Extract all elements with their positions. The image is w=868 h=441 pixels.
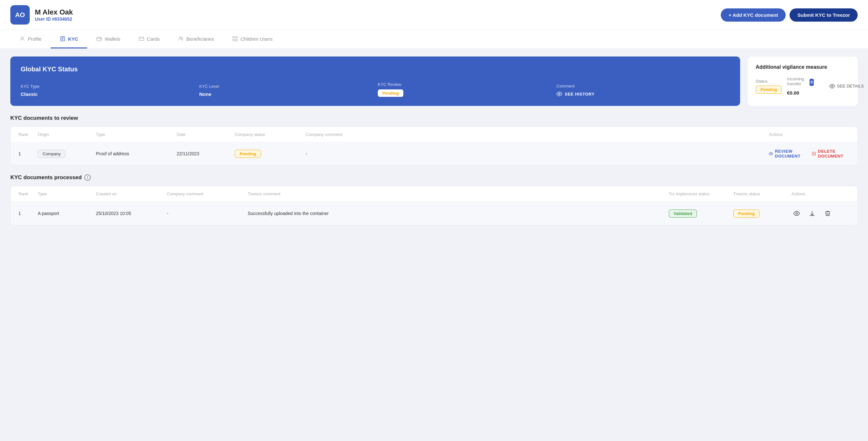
eye-icon xyxy=(556,91,562,97)
vigilance-card: Additional vigilance measure Status Pend… xyxy=(748,57,858,106)
svg-rect-6 xyxy=(139,37,144,41)
pcol-treezor-comment: Treezor comment xyxy=(248,191,669,196)
cell-actions: REVIEW DOCUMENT DELETE DOCUMENT xyxy=(769,149,849,159)
eye-details-icon xyxy=(829,83,835,89)
download-processed-button[interactable] xyxy=(807,208,817,219)
processed-table-header: Rank Type Created on Company comment Tre… xyxy=(11,186,857,202)
cell-origin: Company xyxy=(38,150,96,158)
avatar: AO xyxy=(10,5,30,25)
see-details-button[interactable]: SEE DETAILS xyxy=(829,83,864,89)
see-history-button[interactable]: SEE HISTORY xyxy=(556,91,730,97)
kyc-icon xyxy=(60,36,66,42)
col-actions: Actions xyxy=(769,132,849,137)
cell-company-status: Pending xyxy=(235,150,306,158)
review-table-header: Rank Origin Type Date Company status Com… xyxy=(11,127,857,143)
kyc-review-badge: Pending xyxy=(378,89,403,97)
kyc-status-card: Global KYC Status KYC Type Classic KYC L… xyxy=(10,57,740,106)
avatar-initials: AO xyxy=(15,11,25,19)
pcell-treezor-comment: Successfully uploaded into the container xyxy=(248,211,669,216)
submit-kyc-button[interactable]: Submit KYC to Treezor xyxy=(789,8,858,22)
processed-section-title: KYC documents processed xyxy=(10,174,82,181)
pcol-actions: Actions xyxy=(792,191,849,196)
review-section-header: KYC documents to review xyxy=(10,115,858,121)
vigilance-transfer-col: Incoming transfer 0 €0.00 xyxy=(787,76,814,96)
delete-document-button[interactable]: DELETE DOCUMENT xyxy=(812,149,849,159)
company-status-badge: Pending xyxy=(235,150,261,158)
svg-point-9 xyxy=(182,37,183,39)
svg-rect-11 xyxy=(236,36,237,38)
vigilance-title: Additional vigilance measure xyxy=(755,64,850,70)
col-date: Date xyxy=(177,132,235,137)
kyc-type-col: KYC Type Classic xyxy=(21,84,194,97)
cards-icon xyxy=(138,36,144,42)
kyc-level-col: KYC Level None xyxy=(199,84,373,97)
tab-children-users[interactable]: Children Users xyxy=(223,30,282,49)
tab-kyc[interactable]: KYC xyxy=(51,30,88,49)
tab-beneficiaries[interactable]: Beneficiaries xyxy=(169,30,223,49)
kyc-status-row: Global KYC Status KYC Type Classic KYC L… xyxy=(10,57,858,106)
cell-type: Proof of address xyxy=(96,151,177,156)
origin-badge: Company xyxy=(38,150,66,158)
delete-processed-button[interactable] xyxy=(823,208,833,219)
main-content: Global KYC Status KYC Type Classic KYC L… xyxy=(0,49,868,242)
tab-cards[interactable]: Cards xyxy=(129,30,169,49)
svg-rect-12 xyxy=(232,39,235,41)
review-eye-icon xyxy=(769,151,773,157)
svg-point-0 xyxy=(21,37,23,39)
children-users-icon xyxy=(232,36,238,42)
review-section-title: KYC documents to review xyxy=(10,115,78,121)
cell-rank: 1 xyxy=(19,151,38,156)
treezor-status-badge: Pending xyxy=(733,210,760,218)
download-icon xyxy=(809,210,815,217)
pcol-treezor-status: Treezor status xyxy=(733,191,792,196)
view-processed-button[interactable] xyxy=(792,208,802,219)
review-document-button[interactable]: REVIEW DOCUMENT xyxy=(769,149,807,159)
incoming-transfer-label: Incoming transfer xyxy=(787,76,807,86)
col-rank: Rank xyxy=(19,132,38,137)
pcell-trz-status: Validated xyxy=(669,210,733,218)
pcell-company-comment: - xyxy=(167,211,248,216)
processed-table-container: Rank Type Created on Company comment Tre… xyxy=(10,186,858,225)
kyc-type-value: Classic xyxy=(21,91,194,97)
col-origin: Origin xyxy=(38,132,96,137)
nav-tabs: Profile KYC Wallets Cards Beneficiaries … xyxy=(0,30,868,49)
user-id: User ID #8334652 xyxy=(35,17,73,22)
col-type: Type xyxy=(96,132,177,137)
pcol-created-on: Created on xyxy=(96,191,167,196)
processed-section-header: KYC documents processed i xyxy=(10,174,858,181)
kyc-status-grid: KYC Type Classic KYC Level None KYC Revi… xyxy=(21,82,730,97)
tab-profile[interactable]: Profile xyxy=(10,30,51,49)
svg-rect-13 xyxy=(236,39,237,41)
vigilance-transfer-header: Incoming transfer 0 xyxy=(787,76,814,88)
user-name: M Alex Oak xyxy=(35,8,73,17)
pcol-trz-status: Trz Implemcnct status xyxy=(669,191,733,196)
trz-status-badge: Validated xyxy=(669,210,697,218)
tab-wallets[interactable]: Wallets xyxy=(87,30,129,49)
svg-point-16 xyxy=(771,153,771,154)
pcell-type: A passport xyxy=(38,211,96,216)
transfer-count-badge: 0 xyxy=(810,79,814,86)
kyc-review-col: KYC Review Pending xyxy=(378,82,551,97)
vigilance-status-badge: Pending xyxy=(755,86,782,94)
add-kyc-button[interactable]: + Add KYC document xyxy=(721,8,786,22)
vigilance-status-label: Status xyxy=(755,79,782,84)
beneficiaries-icon xyxy=(178,36,184,42)
header: AO M Alex Oak User ID #8334652 + Add KYC… xyxy=(0,0,868,30)
svg-rect-10 xyxy=(232,36,235,38)
col-company-status: Company status xyxy=(235,132,306,137)
vigilance-row: Status Pending Incoming transfer 0 €0.00… xyxy=(755,76,850,96)
cell-date: 22/11/2023 xyxy=(177,151,235,156)
processed-table-row: 1 A passport 25/10/2023 10:05 - Successf… xyxy=(11,202,857,225)
review-table-container: Rank Origin Type Date Company status Com… xyxy=(10,127,858,165)
kyc-comment-label: Comment xyxy=(556,84,730,89)
pcol-company-comment: Company comment xyxy=(167,191,248,196)
review-table-row: 1 Company Proof of address 22/11/2023 Pe… xyxy=(11,143,857,165)
kyc-status-title: Global KYC Status xyxy=(21,66,730,73)
kyc-type-label: KYC Type xyxy=(21,84,194,89)
kyc-level-value: None xyxy=(199,91,373,97)
wallets-icon xyxy=(96,36,102,42)
trash-icon xyxy=(825,210,831,217)
pcell-treezor-status: Pending xyxy=(733,210,792,218)
col-company-comment: Company comment xyxy=(306,132,769,137)
kyc-comment-col: Comment SEE HISTORY xyxy=(556,84,730,97)
